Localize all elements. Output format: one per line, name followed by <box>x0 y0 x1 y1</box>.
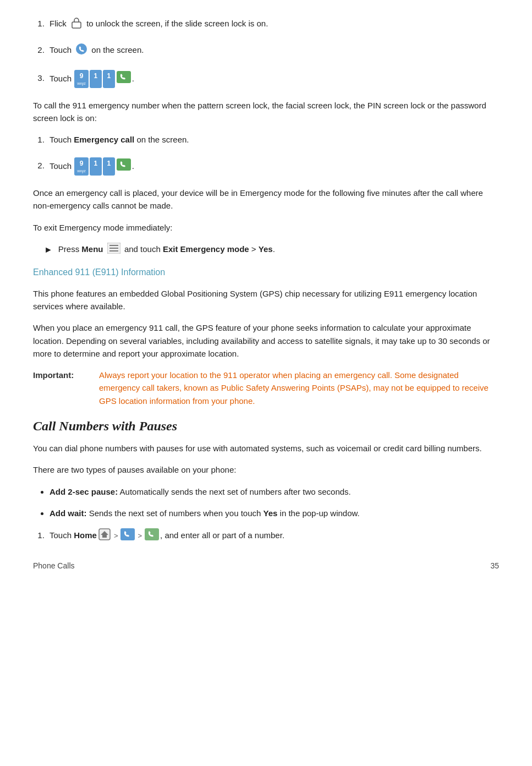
arrow-icon: ► <box>44 243 53 257</box>
menu-icon-inline <box>107 243 120 257</box>
bullet-wait-text2: in the pop-up window. <box>277 508 359 518</box>
arrow-exit-item: ► Press Menu and touch Exit Emergency mo… <box>33 243 499 257</box>
green-phone-icon <box>117 71 131 86</box>
para-exit: To exit Emergency mode immediately: <box>33 221 499 234</box>
chevron-gt-2: > <box>138 532 142 540</box>
touch-home-before: Touch <box>50 530 74 540</box>
svg-rect-10 <box>145 528 159 540</box>
step-unlock-1: Flick to unlock the screen, if the slide… <box>47 17 499 32</box>
svg-rect-9 <box>120 528 135 540</box>
key-9-icon: 9wxyz <box>74 70 89 88</box>
home-bold: Home <box>74 530 97 540</box>
para-emergency-mode: Once an emergency call is placed, your d… <box>33 187 499 212</box>
step-touch-home: Touch Home > > , and enter all or part o… <box>47 528 499 544</box>
step-unlock-3: Touch 9wxyz1 1 . <box>47 70 499 88</box>
para-pauses1: You can dial phone numbers with pauses f… <box>33 442 499 455</box>
arrow-text: Press Menu and touch Exit Emergency mode… <box>58 243 275 257</box>
bullet-2sec-text: Automatically sends the next set of numb… <box>118 487 351 496</box>
phone-blue-icon-2 <box>120 528 135 544</box>
step-em-2: Touch 9wxyz1 1 . <box>47 157 499 176</box>
period: . <box>273 244 275 254</box>
key-9b-icon: 9wxyz <box>74 157 89 176</box>
step-em-2-after: . <box>132 161 134 170</box>
important-label: Important: <box>33 369 99 407</box>
gt-text: > <box>251 244 259 254</box>
exit-em-bold: Exit Emergency mode <box>163 244 249 254</box>
step-touch-home-list: Touch Home > > , and enter all or part o… <box>33 528 499 544</box>
big-heading-pauses: Call Numbers with Pauses <box>33 416 499 436</box>
step-em-1-after: on the screen. <box>134 135 189 144</box>
bullet-wait-yes-bold: Yes <box>264 508 278 518</box>
bullet-wait-bold: Add wait: <box>50 508 87 518</box>
para-gps2: When you place an emergency 911 call, th… <box>33 321 499 360</box>
important-text: Always report your location to the 911 o… <box>99 369 499 407</box>
and-touch-text: and touch <box>124 244 163 254</box>
bullet-item-wait: Add wait: Sends the next set of numbers … <box>50 507 499 519</box>
svg-rect-2 <box>117 71 131 83</box>
para-emergency-intro: To call the 911 emergency number when th… <box>33 99 499 125</box>
important-row: Important: Always report your location t… <box>33 369 499 407</box>
bullet-wait-text: Sends the next set of numbers when you t… <box>87 508 264 518</box>
step-em-2-before: Touch <box>50 161 74 170</box>
step-em-1: Touch Emergency call on the screen. <box>47 133 499 146</box>
para-pauses2: There are two types of pauses available … <box>33 463 499 476</box>
menu-bold: Menu <box>81 244 103 254</box>
step-3-text-after: . <box>132 73 134 83</box>
footer-left: Phone Calls <box>33 560 75 572</box>
chevron-gt-1: > <box>114 532 118 540</box>
step-3-text-before: Touch <box>50 73 74 83</box>
lock-icon <box>70 17 83 32</box>
key-1c-icon: 1 <box>90 157 102 176</box>
step-em-1-before: Touch <box>50 135 74 144</box>
steps-emergency-list: Touch Emergency call on the screen. Touc… <box>33 133 499 176</box>
bullet-2sec-bold: Add 2-sec pause: <box>50 487 118 496</box>
yes-bold: Yes <box>259 244 273 254</box>
home-icon-inline <box>98 528 111 544</box>
step-1-text-after: to unlock the screen, if the slide scree… <box>84 19 268 28</box>
footer: Phone Calls 35 <box>33 560 499 572</box>
bullet-item-2sec: Add 2-sec pause: Automatically sends the… <box>50 485 499 498</box>
step-unlock-2: Touch on the screen. <box>47 43 499 58</box>
svg-point-1 <box>76 43 87 54</box>
step-1-text-before: Flick <box>50 19 69 28</box>
step-em-1-bold: Emergency call <box>74 135 134 144</box>
green-round-phone-icon <box>145 528 159 544</box>
phone-blue-icon <box>75 43 87 58</box>
para-gps1: This phone features an embedded Global P… <box>33 287 499 313</box>
touch-home-after: , and enter all or part of a number. <box>160 530 284 540</box>
key-1d-icon: 1 <box>103 157 115 176</box>
step-2-text-before: Touch <box>50 45 74 54</box>
svg-rect-0 <box>72 22 81 28</box>
bullet-list-pauses: Add 2-sec pause: Automatically sends the… <box>50 485 499 520</box>
key-1b-icon: 1 <box>103 70 115 88</box>
green-phone-icon-2 <box>117 158 131 174</box>
section-heading-e911: Enhanced 911 (E911) Information <box>33 266 499 280</box>
footer-right: 35 <box>490 560 499 572</box>
key-1a-icon: 1 <box>90 70 102 88</box>
svg-rect-3 <box>117 158 131 171</box>
step-2-text-after: on the screen. <box>89 45 144 54</box>
steps-unlock-list: Flick to unlock the screen, if the slide… <box>33 17 499 88</box>
